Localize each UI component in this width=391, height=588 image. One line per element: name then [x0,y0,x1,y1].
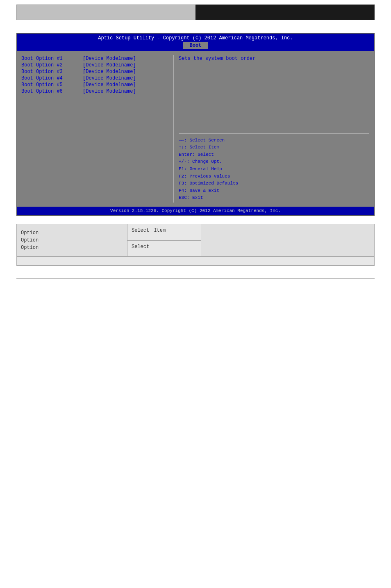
bios-option-row-2[interactable]: Boot Option #2 [Device Modelname] [21,62,169,68]
bios-option-label-5: Boot Option #5 [21,82,83,88]
table-col-right [201,224,374,256]
bios-option-row-3[interactable]: Boot Option #3 [Device Modelname] [21,69,169,75]
table-col-middle-select-bot: Select [127,241,201,257]
key-change-opt: +/-: Change Opt. [179,158,369,166]
item-label: Item [154,228,166,233]
key-f1: F1: General Help [179,166,369,173]
bios-title-bar: Aptic Setup Utility - Copyright (C) 2012… [17,34,374,41]
bios-option-value-3: [Device Modelname] [83,69,136,75]
key-f2: F2: Previous Values [179,173,369,180]
bios-option-row-5[interactable]: Boot Option #5 [Device Modelname] [21,82,169,88]
bios-option-value-6: [Device Modelname] [83,89,136,94]
table-col-middle: Select Item Select [127,224,201,256]
bios-option-label-1: Boot Option #1 [21,56,83,62]
key-select-item: ↑↓: Select Item [179,144,369,151]
table-col-left: Option Option Option [17,224,127,256]
key-enter: Enter: Select [179,151,369,159]
bios-option-value-1: [Device Modelname] [83,56,136,62]
bios-tab-bar: Boot [17,41,374,51]
table-bottom-row [17,257,374,265]
bios-option-label-4: Boot Option #4 [21,75,83,81]
bios-option-value-5: [Device Modelname] [83,82,136,88]
top-header-area [0,0,391,25]
bios-help-text: Sets the system boot order [179,56,369,126]
bios-option-row-6[interactable]: Boot Option #6 [Device Modelname] [21,89,169,94]
option-label-2: Option [21,237,123,243]
bottom-separator [16,278,375,278]
bios-container: Aptic Setup Utility - Copyright (C) 2012… [16,33,375,216]
key-f3: F3: Optimized Defaults [179,180,369,187]
bios-option-row-1[interactable]: Boot Option #1 [Device Modelname] [21,56,169,62]
bios-title: Aptic Setup Utility - Copyright (C) 2012… [17,35,374,41]
bios-left-panel: Boot Option #1 [Device Modelname] Boot O… [17,51,173,207]
bios-option-label-6: Boot Option #6 [21,89,83,94]
bios-option-label-2: Boot Option #2 [21,62,83,68]
table-area: Option Option Option Select Item Select [16,224,375,266]
table-top-row: Option Option Option Select Item Select [17,224,374,257]
option-label-3: Option [21,245,123,251]
header-left-bar [16,5,196,20]
bios-horizontal-divider [179,133,369,134]
option-label-1: Option [21,230,123,236]
key-f4: F4: Save & Exit [179,187,369,195]
bios-option-row-4[interactable]: Boot Option #4 [Device Modelname] [21,75,169,81]
bios-footer: Version 2.15.1226. Copyright (C) 2012 Am… [17,207,374,215]
bios-key-help: →←: Select Screen ↑↓: Select Item Enter:… [179,137,369,202]
bios-right-panel: Sets the system boot order →←: Select Sc… [174,51,374,207]
bios-body: Boot Option #1 [Device Modelname] Boot O… [17,51,374,207]
table-col-middle-select-top: Select Item [127,224,201,241]
select-label-bot: Select [132,244,149,250]
bios-active-tab[interactable]: Boot [183,42,208,49]
key-select-screen: →←: Select Screen [179,137,369,144]
bios-option-value-4: [Device Modelname] [83,75,136,81]
bios-option-label-3: Boot Option #3 [21,69,83,75]
bios-option-value-2: [Device Modelname] [83,62,136,68]
key-esc: ESC: Exit [179,194,369,202]
header-right-bar [196,5,375,20]
select-label-top: Select [132,228,149,233]
